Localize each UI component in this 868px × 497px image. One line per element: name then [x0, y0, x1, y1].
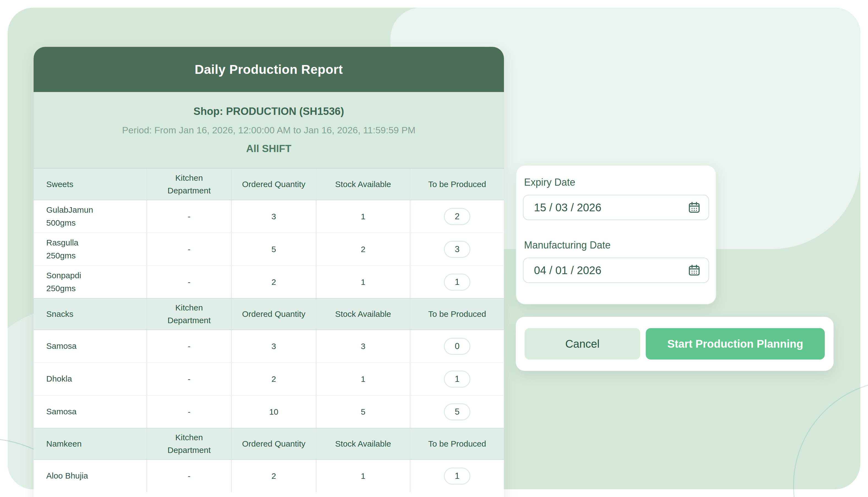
dates-panel: Expiry Date 15 / 03 / 2026 Manufacturing…	[516, 165, 716, 304]
column-header-ordered-quantity: Ordered Quantity	[231, 169, 316, 200]
ordered-quantity-value: 2	[231, 460, 316, 492]
report-title: Daily Production Report	[195, 62, 343, 77]
to-be-produced-input[interactable]: 5	[444, 403, 471, 421]
kitchen-department-value: -	[146, 200, 231, 232]
stock-available-value: 1	[316, 460, 410, 492]
ordered-quantity-value: 3	[231, 200, 316, 232]
kitchen-department-value: -	[146, 363, 231, 395]
column-header-to-be-produced: To be Produced	[410, 428, 504, 459]
shop-line: Shop: PRODUCTION (SH1536)	[193, 105, 344, 117]
column-header-kitchen-department: Kitchen Department	[146, 169, 231, 200]
section-name: Sweets	[33, 169, 146, 200]
stock-available-value: 5	[316, 396, 410, 428]
ordered-quantity-value: 3	[231, 330, 316, 362]
item-name: Dhokla	[33, 363, 146, 395]
table-section-header-row: Snacks Kitchen Department Ordered Quanti…	[33, 298, 504, 330]
expiry-date-input[interactable]: 15 / 03 / 2026	[523, 195, 709, 220]
shift-line: All SHIFT	[246, 143, 291, 155]
actions-panel: Cancel Start Production Planning	[516, 317, 834, 371]
table-row: GulabJamun 500gms - 3 1 2	[33, 200, 504, 232]
table-row: Aloo Bhujia - 2 1 1	[33, 460, 504, 492]
item-name: Rasgulla 250gms	[33, 233, 146, 265]
to-be-produced-input[interactable]: 0	[444, 338, 471, 355]
stock-available-value: 3	[316, 330, 410, 362]
to-be-produced-input[interactable]: 1	[444, 468, 471, 485]
stock-available-value: 2	[316, 233, 410, 265]
column-header-ordered-quantity: Ordered Quantity	[231, 428, 316, 459]
column-header-kitchen-department: Kitchen Department	[146, 299, 231, 329]
daily-production-report-card: Daily Production Report Shop: PRODUCTION…	[33, 47, 504, 497]
ordered-quantity-value: 2	[231, 266, 316, 298]
report-info-band: Shop: PRODUCTION (SH1536) Period: From J…	[33, 92, 504, 168]
to-be-produced-input[interactable]: 1	[444, 371, 471, 388]
manufacturing-date-input[interactable]: 04 / 01 / 2026	[523, 258, 709, 283]
item-name: Samosa	[33, 396, 146, 428]
kitchen-department-value: -	[146, 233, 231, 265]
report-header: Daily Production Report	[33, 47, 504, 92]
cancel-button[interactable]: Cancel	[525, 328, 640, 359]
table-row: Samosa - 10 5 5	[33, 395, 504, 428]
to-be-produced-input[interactable]: 2	[444, 208, 471, 225]
section-name: Namkeen	[33, 428, 146, 459]
to-be-produced-input[interactable]: 3	[444, 241, 471, 258]
table-row: Samosa - 3 3 0	[33, 330, 504, 362]
table-section-header-row: Sweets Kitchen Department Ordered Quanti…	[33, 168, 504, 200]
section-name: Snacks	[33, 299, 146, 329]
column-header-ordered-quantity: Ordered Quantity	[231, 299, 316, 329]
ordered-quantity-value: 2	[231, 363, 316, 395]
column-header-stock-available: Stock Available	[316, 169, 410, 200]
start-production-planning-button[interactable]: Start Production Planning	[646, 328, 825, 359]
kitchen-department-value: -	[146, 460, 231, 492]
stock-available-value: 1	[316, 266, 410, 298]
manufacturing-date-label: Manufacturing Date	[524, 239, 709, 251]
column-header-to-be-produced: To be Produced	[410, 299, 504, 329]
ordered-quantity-value: 5	[231, 233, 316, 265]
table-row: Dhokla - 2 1 1	[33, 362, 504, 395]
table-row: Rasgulla 250gms - 5 2 3	[33, 232, 504, 265]
kitchen-department-value: -	[146, 330, 231, 362]
page: Daily Production Report Shop: PRODUCTION…	[0, 0, 868, 497]
expiry-date-label: Expiry Date	[524, 176, 709, 188]
stock-available-value: 1	[316, 363, 410, 395]
kitchen-department-value: -	[146, 396, 231, 428]
item-name: Samosa	[33, 330, 146, 362]
production-table: Sweets Kitchen Department Ordered Quanti…	[33, 168, 504, 492]
calendar-icon[interactable]	[688, 201, 701, 214]
manufacturing-date-value: 04 / 01 / 2026	[534, 264, 602, 276]
to-be-produced-input[interactable]: 1	[444, 273, 471, 290]
table-section-header-row: Namkeen Kitchen Department Ordered Quant…	[33, 428, 504, 460]
item-name: Sonpapdi 250gms	[33, 266, 146, 298]
column-header-to-be-produced: To be Produced	[410, 169, 504, 200]
column-header-stock-available: Stock Available	[316, 299, 410, 329]
expiry-date-value: 15 / 03 / 2026	[534, 201, 602, 214]
calendar-icon[interactable]	[688, 264, 701, 277]
period-line: Period: From Jan 16, 2026, 12:00:00 AM t…	[122, 125, 415, 136]
column-header-stock-available: Stock Available	[316, 428, 410, 459]
kitchen-department-value: -	[146, 266, 231, 298]
item-name: GulabJamun 500gms	[33, 200, 146, 232]
column-header-kitchen-department: Kitchen Department	[146, 428, 231, 459]
stock-available-value: 1	[316, 200, 410, 232]
item-name: Aloo Bhujia	[33, 460, 146, 492]
table-row: Sonpapdi 250gms - 2 1 1	[33, 265, 504, 298]
ordered-quantity-value: 10	[231, 396, 316, 428]
